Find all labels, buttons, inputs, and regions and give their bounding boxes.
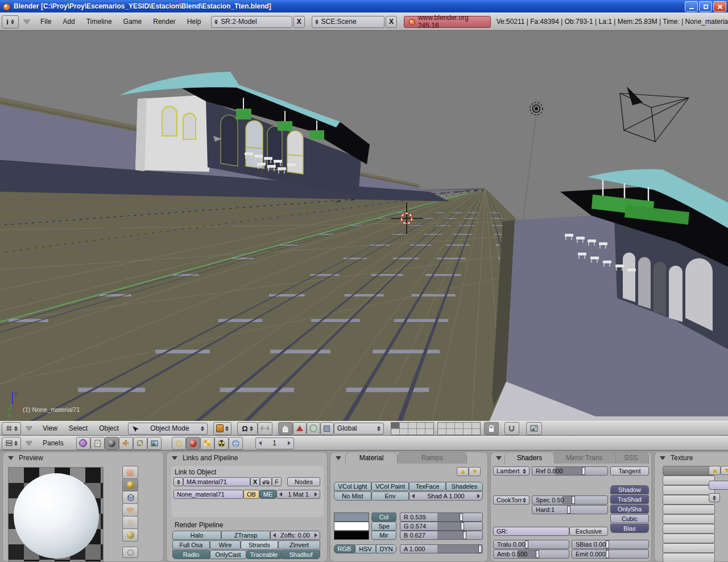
- layer-buttons-group-1[interactable]: [391, 422, 434, 435]
- ztransp-toggle[interactable]: ZTransp: [221, 531, 270, 540]
- vcol-light-toggle[interactable]: VCol Light: [334, 482, 371, 491]
- collapse-triangle-icon[interactable]: [336, 456, 341, 460]
- transform-orientation-selector[interactable]: Global: [334, 423, 384, 435]
- collapse-triangle-icon[interactable]: [172, 456, 177, 460]
- rgb-toggle[interactable]: RGB: [334, 544, 355, 553]
- env-toggle[interactable]: Env: [371, 491, 409, 501]
- close-button[interactable]: [713, 1, 726, 12]
- shadow-toggle[interactable]: Shadow: [610, 485, 649, 494]
- vcol-paint-toggle[interactable]: VCol Paint: [371, 482, 409, 491]
- manipulator-toggle-button[interactable]: [278, 422, 293, 435]
- manipulator-mode-button[interactable]: [258, 422, 272, 435]
- render-preview-button[interactable]: [526, 422, 542, 435]
- texface-toggle[interactable]: TexFace: [409, 482, 446, 491]
- menu-render[interactable]: Render: [153, 18, 175, 26]
- material-buttons-button[interactable]: [186, 437, 200, 450]
- collapse-triangle-icon[interactable]: [496, 456, 502, 460]
- shad-a-stepper[interactable]: Shad A 1.000: [409, 491, 483, 501]
- snap-button[interactable]: [504, 422, 519, 435]
- tab-mirror-transp[interactable]: Mirror Trans: [552, 452, 616, 464]
- tralu-slider[interactable]: Tralu 0.00: [493, 540, 569, 549]
- tangent-button[interactable]: Tangent: [610, 466, 649, 476]
- ref-slider[interactable]: Ref 0.800: [532, 466, 608, 476]
- texture-panel-header[interactable]: Texture: [655, 452, 728, 464]
- world-buttons-button[interactable]: [229, 437, 243, 450]
- shading-buttons-button[interactable]: [105, 437, 119, 450]
- radio-toggle[interactable]: Radio: [172, 550, 210, 559]
- header-collapse-icon[interactable]: [26, 441, 32, 445]
- rotate-manipulator-button[interactable]: [307, 422, 320, 435]
- texture-buttons-button[interactable]: [200, 437, 214, 450]
- blender-version-badge[interactable]: www.blender.org 245.16: [404, 16, 491, 28]
- texture-slot-9[interactable]: [663, 543, 715, 553]
- preview-sphere-button[interactable]: [122, 478, 138, 491]
- texture-slot-6[interactable]: [663, 514, 715, 524]
- wire-toggle[interactable]: Wire: [210, 540, 241, 549]
- next-icon[interactable]: [315, 492, 317, 497]
- shadbuf-toggle[interactable]: Shadbuf: [282, 550, 320, 559]
- material-unlink-button[interactable]: X: [250, 477, 260, 486]
- frame-next-icon[interactable]: [288, 441, 291, 445]
- minimize-button[interactable]: [685, 1, 698, 12]
- tab-ramps[interactable]: Ramps: [398, 452, 467, 464]
- frame-number-stepper[interactable]: 1: [255, 437, 294, 449]
- window-titlebar[interactable]: Blender [C:\Proy\Proy\Escemarios_YESID\E…: [0, 0, 728, 13]
- paste-material-button[interactable]: [469, 467, 481, 476]
- prev-icon[interactable]: [279, 492, 282, 497]
- editing-buttons-button[interactable]: [133, 437, 147, 450]
- texture-name-field[interactable]: [709, 481, 728, 490]
- mode-selector[interactable]: Object Mode: [128, 423, 208, 435]
- blue-slider[interactable]: B 0.627: [400, 531, 483, 540]
- screen-close-button[interactable]: X: [293, 16, 305, 28]
- texture-slot-1[interactable]: [663, 466, 715, 476]
- sbias-slider[interactable]: SBias 0.00: [572, 540, 649, 549]
- lock-layers-button[interactable]: [484, 422, 499, 435]
- trashad-toggle[interactable]: TraShad: [610, 495, 649, 504]
- texture-slot-4[interactable]: [663, 495, 715, 505]
- scene-buttons-button[interactable]: [147, 437, 162, 450]
- preview-flat-button[interactable]: [122, 466, 138, 479]
- shadeless-toggle[interactable]: Shadeles: [446, 482, 483, 491]
- preview-hair-button[interactable]: [122, 516, 138, 529]
- hsv-toggle[interactable]: HSV: [355, 544, 376, 553]
- texture-copy-button[interactable]: [709, 466, 721, 475]
- screen-selector[interactable]: SR:2-Model: [211, 16, 292, 28]
- preview-cube-button[interactable]: [122, 491, 138, 504]
- strands-toggle[interactable]: Strands: [241, 540, 278, 549]
- me-toggle[interactable]: ME: [259, 490, 276, 499]
- cubic-toggle[interactable]: Cubic: [610, 514, 649, 523]
- nodes-button[interactable]: Nodes: [287, 477, 320, 486]
- texture-paste-button[interactable]: [721, 466, 728, 475]
- emit-slider[interactable]: Emit 0.000: [572, 549, 649, 559]
- restore-button[interactable]: [699, 1, 712, 12]
- scene-close-button[interactable]: X: [386, 16, 397, 28]
- material-index-stepper[interactable]: 1 Mat 1: [276, 490, 320, 499]
- col-toggle[interactable]: Col: [371, 513, 396, 522]
- onlysha-toggle[interactable]: OnlySha: [610, 505, 649, 514]
- prev-icon[interactable]: [412, 494, 415, 498]
- texture-slot-3[interactable]: [663, 485, 715, 495]
- alpha-slider[interactable]: A 1.000: [400, 544, 483, 553]
- preview-refresh-button[interactable]: [122, 547, 138, 558]
- spec-slider[interactable]: Spec 0.50: [532, 495, 608, 505]
- fake-user-button[interactable]: F: [272, 477, 282, 486]
- menu-view[interactable]: View: [43, 424, 57, 432]
- lamp-buttons-button[interactable]: [172, 437, 186, 450]
- bias-toggle[interactable]: Bias: [610, 524, 649, 533]
- texture-browse-button[interactable]: [709, 493, 720, 502]
- menu-help[interactable]: Help: [187, 18, 201, 26]
- gr-group-field[interactable]: GR:: [493, 527, 569, 536]
- traceable-toggle[interactable]: Traceable: [246, 550, 282, 559]
- no-mist-toggle[interactable]: No Mist: [334, 491, 371, 501]
- onlycast-toggle[interactable]: OnlyCast: [210, 550, 246, 559]
- hard-slider[interactable]: Hard:1: [532, 505, 608, 514]
- object-buttons-button[interactable]: [119, 437, 133, 450]
- header-collapse-icon[interactable]: [26, 426, 32, 431]
- logic-buttons-button[interactable]: [76, 437, 90, 450]
- texture-slot-7[interactable]: [663, 524, 715, 534]
- amb-slider[interactable]: Amb 0.500: [493, 549, 569, 559]
- preview-panel-header[interactable]: Preview: [3, 452, 163, 464]
- links-panel-header[interactable]: Links and Pipeline: [167, 452, 327, 464]
- halo-toggle[interactable]: Halo: [172, 531, 221, 540]
- dyn-toggle[interactable]: DYN: [376, 544, 396, 553]
